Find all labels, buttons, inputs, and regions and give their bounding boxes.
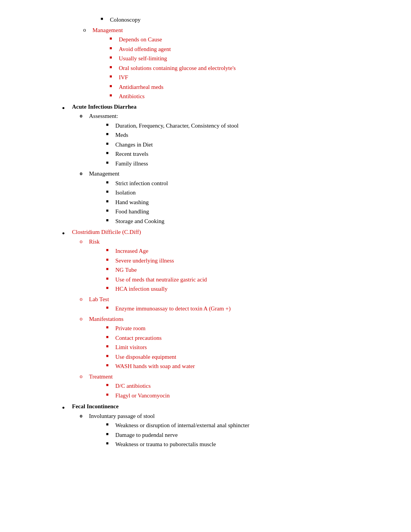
circle-bullet-icon: o [80,315,87,323]
square-bullet-icon: ■ [101,15,108,22]
list-item: o Lab Test ■ Enzyme immunoassay to detec… [80,295,388,314]
square-bullet-icon: ■ [106,121,113,128]
list-item: ■ Isolation [106,188,388,197]
item-text: Depends on Cause [119,35,388,44]
list-item: • Clostridium Difficile (C.Diff) o Risk … [62,228,388,401]
square-bullet-icon: ■ [106,266,113,273]
list-item: ■ Use disposable equipment [106,353,388,361]
circle-bullet-icon: o [80,372,87,380]
list-item: o Risk ■ Increased Age ■ Severe underlyi… [80,237,388,294]
circle-bullet-icon: o [80,169,87,177]
item-text: Antidiarrheal meds [119,83,388,92]
square-bullet-icon: ■ [106,421,113,428]
list-item: o Manifestations ■ Private room ■ Contac… [80,315,388,372]
square-bullet-icon: ■ [106,440,113,447]
item-text: Flagyl or Vancomyocin [115,391,388,400]
list-item: o Management ■ Depends on Cause ■ Avoid … [83,26,388,102]
square-bullet-icon: ■ [106,304,113,311]
square-bullet-icon: ■ [106,362,113,369]
list-item: • Acute Infectious Diarrhea o Assessment… [62,102,388,227]
list-item: ■ D/C antibiotics [106,382,388,390]
list-item: ■ Changes in Diet [106,140,388,149]
square-bullet-icon: ■ [106,275,113,282]
list-item: ■ Weakness or disruption of internal/ext… [106,421,388,430]
item-text: Weakness or disruption of internal/exter… [115,421,388,430]
list-item: ■ Usually self-limiting [110,54,388,63]
item-text: Recent travels [115,150,388,159]
square-bullet-icon: ■ [110,35,116,42]
bullet-icon: • [62,402,69,414]
item-text: Damage to pudendal nerve [115,431,388,440]
item-text: Severe underlying illness [115,256,388,265]
item-text: Limit visitors [115,343,388,352]
square-bullet-icon: ■ [106,159,113,166]
item-text: Clostridium Difficile (C.Diff) o Risk ■ … [72,228,388,401]
item-text: Risk ■ Increased Age ■ Severe underlying… [89,237,388,294]
item-text: Strict infection control [115,179,388,188]
item-text: Management ■ Depends on Cause ■ Avoid of… [92,26,388,102]
item-text: Meds [115,131,388,140]
list-item: ■ Depends on Cause [110,35,388,44]
list-item: ■ Flagyl or Vancomyocin [106,391,388,400]
list-item: ■ NG Tube [106,266,388,275]
circle-bullet-icon: o [80,112,87,120]
item-text: Contact precautions [115,334,388,343]
square-bullet-icon: ■ [106,382,113,389]
circle-bullet-icon: o [80,237,87,246]
item-text: Assessment: ■ Duration, Frequency, Chara… [89,112,388,169]
list-item: o Management ■ Strict infection control … [80,169,388,226]
square-bullet-icon: ■ [106,256,113,263]
square-bullet-icon: ■ [110,54,116,61]
square-bullet-icon: ■ [106,217,113,224]
list-item: ■ Recent travels [106,150,388,159]
square-bullet-icon: ■ [106,391,113,398]
list-item: ■ Use of meds that neutralize gastric ac… [106,275,388,284]
item-text: HCA infection usually [115,285,388,293]
list-item: ■ Meds [106,131,388,140]
list-item: ■ Limit visitors [106,343,388,352]
list-item: ■ Hand washing [106,198,388,207]
item-text: Acute Infectious Diarrhea o Assessment: … [72,102,388,227]
item-text: Family illness [115,159,388,168]
list-item: ■ Duration, Frequency, Character, Consis… [106,121,388,130]
item-text: Fecal Incontinence o Involuntary passage… [72,402,388,450]
square-bullet-icon: ■ [106,179,113,186]
bullet-icon: • [62,102,69,114]
square-bullet-icon: ■ [110,73,116,80]
circle-bullet-icon: o [80,412,87,420]
item-text: Changes in Diet [115,140,388,149]
item-text: Use of meds that neutralize gastric acid [115,275,388,284]
item-text: Duration, Frequency, Character, Consiste… [115,121,388,130]
item-text: Oral solutions containing glucose and el… [119,64,388,73]
list-item: ■ Family illness [106,159,388,168]
square-bullet-icon: ■ [106,353,113,360]
square-bullet-icon: ■ [106,324,113,331]
square-bullet-icon: ■ [106,343,113,350]
item-text: Storage and Cooking [115,217,388,226]
square-bullet-icon: ■ [106,150,113,157]
square-bullet-icon: ■ [110,45,116,52]
list-item: ■ Private room [106,324,388,333]
item-text: Colonoscopy [110,15,388,24]
list-item: ■ Contact precautions [106,334,388,343]
item-text: Treatment ■ D/C antibiotics ■ Flagyl or … [89,372,388,401]
list-item: ■ Storage and Cooking [106,217,388,226]
item-text: Weakness or trauma to puborectalis muscl… [115,440,388,449]
circle-bullet-icon: o [80,295,87,303]
list-item: ■ WASH hands with soap and water [106,362,388,371]
item-text: Usually self-limiting [119,54,388,63]
list-item: ■ Antidiarrheal meds [110,83,388,92]
list-item: ■ Colonoscopy [101,15,388,24]
item-text: Antibiotics [119,92,388,101]
item-text: Use disposable equipment [115,353,388,361]
list-item: ■ Oral solutions containing glucose and … [110,64,388,73]
list-item: ■ Avoid offending agent [110,45,388,54]
square-bullet-icon: ■ [106,285,113,292]
item-text: Food handling [115,207,388,216]
list-item: ■ Antibiotics [110,92,388,101]
list-item: ■ Increased Age [106,247,388,256]
square-bullet-icon: ■ [106,131,113,138]
circle-bullet-icon: o [83,26,91,34]
item-text: Manifestations ■ Private room ■ Contact … [89,315,388,372]
square-bullet-icon: ■ [106,247,113,254]
